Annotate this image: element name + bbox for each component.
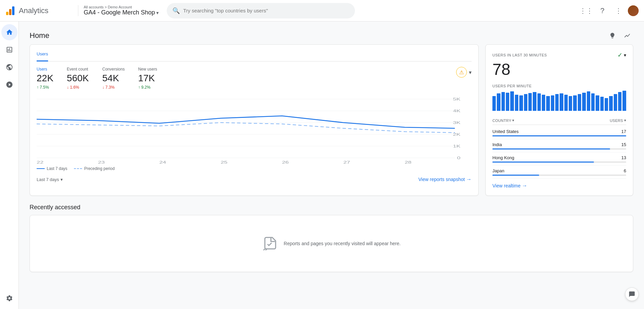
- country-row: Hong Kong 13: [492, 152, 626, 166]
- metric-dropdown-icon[interactable]: ▾: [469, 69, 472, 76]
- sidebar-item-reports[interactable]: [1, 42, 17, 58]
- sidebar-item-settings[interactable]: [1, 290, 17, 306]
- explore-icon: [6, 63, 13, 71]
- svg-rect-0: [6, 12, 8, 15]
- bar: [582, 93, 586, 111]
- date-filter[interactable]: Last 7 days ▾: [37, 177, 63, 182]
- svg-text:0: 0: [457, 156, 460, 160]
- country-bar-fill: [492, 135, 626, 136]
- bar: [506, 93, 509, 111]
- view-reports-snapshot-link[interactable]: View reports snapshot →: [418, 176, 472, 182]
- more-options-button[interactable]: ⋮: [612, 4, 625, 17]
- page-header: Home: [30, 30, 633, 42]
- country-bar-fill: [492, 175, 539, 176]
- svg-text:23: 23: [98, 160, 105, 164]
- chat-icon: [629, 291, 635, 298]
- sidebar-item-explore[interactable]: [1, 59, 17, 75]
- bar: [622, 91, 626, 111]
- bar: [569, 96, 572, 111]
- bar: [618, 92, 621, 111]
- rt-dropdown-icon: ▾: [624, 52, 626, 58]
- bar: [560, 93, 563, 111]
- cards-row: Users Users 22K ↑ 7.5% Event count 560K …: [30, 44, 633, 196]
- legend-line-solid: [37, 168, 45, 169]
- country-users: 13: [621, 155, 626, 160]
- help-button[interactable]: ?: [596, 4, 609, 17]
- country-table-header: COUNTRY ▾ USERS ▾: [492, 116, 626, 125]
- line-chart: 5K 4K 3K 2K 1K 0: [37, 96, 472, 164]
- country-row: Japan 6: [492, 166, 626, 179]
- apps-icon: ⋮⋮: [579, 7, 593, 15]
- svg-rect-2: [12, 6, 14, 15]
- sidebar-item-advertising[interactable]: [1, 77, 17, 93]
- settings-icon: [6, 295, 13, 302]
- check-icon: ✓: [617, 51, 622, 59]
- bar: [519, 95, 523, 111]
- bar: [551, 95, 554, 111]
- bar: [600, 97, 604, 111]
- bar: [501, 92, 505, 111]
- account-selector[interactable]: All accounts > Demo Account GA4 - Google…: [78, 5, 159, 16]
- view-realtime-link[interactable]: View realtime →: [492, 183, 626, 189]
- arrow-right-icon: →: [466, 176, 472, 182]
- bar: [515, 95, 518, 111]
- reports-icon: [6, 46, 13, 53]
- rt-status[interactable]: ✓ ▾: [617, 51, 626, 59]
- bar: [497, 93, 500, 111]
- metric-conversions: Conversions 54K ↓ 7.3%: [102, 67, 125, 90]
- sidebar: [0, 21, 19, 309]
- country-users: 17: [621, 129, 626, 134]
- country-rows: United States 17 India 15 Hong Kong 13 J…: [492, 126, 626, 179]
- country-col-header[interactable]: COUNTRY ▾: [492, 118, 515, 123]
- page-actions: [606, 30, 633, 42]
- breadcrumb: All accounts > Demo Account: [84, 5, 159, 9]
- main-content: Home Users Users 22K: [19, 21, 644, 309]
- bar: [537, 93, 541, 111]
- chart-card: Users Users 22K ↑ 7.5% Event count 560K …: [30, 44, 479, 196]
- avatar[interactable]: [628, 5, 639, 16]
- topbar: Analytics All accounts > Demo Account GA…: [0, 0, 644, 21]
- bar: [564, 95, 568, 111]
- bar: [609, 96, 612, 111]
- topbar-actions: ⋮⋮ ? ⋮: [579, 4, 639, 17]
- recently-accessed-section: Recently accessed Reports and pages you …: [30, 204, 633, 272]
- legend-solid: Last 7 days: [37, 166, 67, 171]
- country-bar-wrap: [492, 148, 626, 149]
- svg-text:25: 25: [220, 160, 227, 164]
- bar: [573, 95, 576, 111]
- country-name: India: [492, 142, 502, 147]
- chart-card-footer: Last 7 days ▾ View reports snapshot →: [37, 176, 472, 182]
- chart-container: 5K 4K 3K 2K 1K 0: [37, 96, 472, 164]
- legend-line-dashed: [74, 168, 82, 169]
- alert-icon-button[interactable]: ⚠: [456, 67, 467, 78]
- search-bar[interactable]: 🔍: [167, 3, 355, 18]
- chat-fab[interactable]: [625, 288, 639, 301]
- apps-button[interactable]: ⋮⋮: [579, 4, 593, 17]
- country-users: 15: [621, 142, 626, 147]
- app-logo[interactable]: Analytics: [5, 6, 73, 16]
- empty-state-text: Reports and pages you recently visited w…: [284, 241, 401, 246]
- bar: [546, 96, 550, 111]
- sidebar-item-home[interactable]: [1, 24, 17, 40]
- empty-state: Reports and pages you recently visited w…: [262, 235, 401, 252]
- search-icon: 🔍: [172, 7, 180, 14]
- bar: [510, 91, 514, 111]
- tab-users[interactable]: Users: [37, 51, 48, 61]
- users-col-header[interactable]: USERS ▾: [610, 118, 626, 123]
- country-bar-wrap: [492, 162, 626, 163]
- advertising-icon: [6, 81, 13, 88]
- country-users: 6: [624, 168, 626, 173]
- svg-text:26: 26: [282, 160, 289, 164]
- lightbulb-icon: [609, 32, 616, 39]
- svg-text:22: 22: [37, 160, 43, 164]
- search-input[interactable]: [183, 8, 349, 13]
- legend-dashed: Preceding period: [74, 166, 115, 171]
- property-selector[interactable]: GA4 - Google Merch Shop ▾: [84, 9, 159, 16]
- country-bar-fill: [492, 162, 594, 163]
- rt-header: USERS IN LAST 30 MINUTES ✓ ▾: [492, 51, 626, 59]
- lightbulb-button[interactable]: [606, 30, 618, 42]
- country-bar-wrap: [492, 135, 626, 136]
- recently-accessed-title: Recently accessed: [30, 204, 633, 211]
- customize-button[interactable]: [621, 30, 633, 42]
- users-sort-icon: ▾: [624, 118, 626, 123]
